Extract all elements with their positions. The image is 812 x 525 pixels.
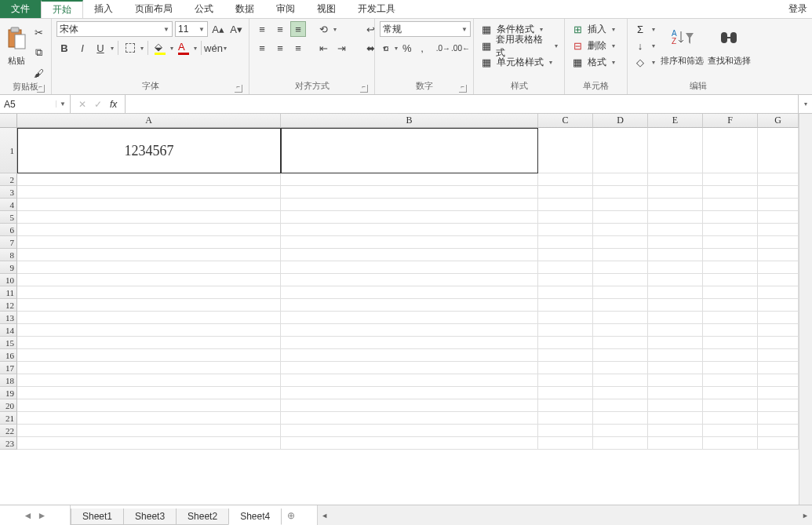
cell[interactable] [648,312,703,324]
font-launcher[interactable]: ⌐ [235,85,242,93]
cell[interactable] [17,211,281,224]
align-middle-button[interactable]: ≡ [272,21,288,37]
cell[interactable] [17,249,281,261]
tab-review[interactable]: 审阅 [265,0,306,18]
cell[interactable] [593,299,648,312]
cell[interactable] [648,362,703,374]
cell[interactable] [538,324,593,337]
cell[interactable] [17,324,281,337]
cell[interactable] [593,324,648,337]
increase-font-button[interactable]: A▴ [210,21,226,37]
underline-button[interactable]: U [93,40,108,56]
cell[interactable] [648,261,703,274]
cell[interactable] [648,249,703,261]
comma-button[interactable]: , [416,40,428,56]
column-header-F[interactable]: F [703,114,758,128]
cell[interactable] [281,186,538,199]
cell[interactable] [17,186,281,199]
row-header[interactable]: 2 [0,173,17,186]
cell[interactable] [538,236,593,249]
cell[interactable] [703,312,758,324]
find-select-button[interactable]: 查找和选择 [707,21,751,65]
font-name-combo[interactable]: 宋体▼ [56,21,173,37]
cell[interactable] [648,236,703,249]
insert-function-button[interactable]: fx [110,99,117,110]
cell[interactable] [281,224,538,236]
clear-button[interactable]: ◇▾ [632,54,657,71]
select-all-corner[interactable] [0,114,17,128]
cell[interactable] [281,173,538,186]
column-header-A[interactable]: A [17,114,281,128]
cell[interactable] [593,387,648,399]
cell[interactable] [17,349,281,362]
cell[interactable] [17,425,281,437]
row-header[interactable]: 21 [0,412,17,425]
row-header[interactable]: 17 [0,362,17,374]
row-header[interactable]: 10 [0,274,17,286]
cell[interactable] [17,312,281,324]
sheet-tab[interactable]: Sheet3 [123,509,177,525]
cell[interactable] [538,437,593,450]
number-launcher[interactable]: ⌐ [459,85,467,93]
horizontal-scrollbar[interactable]: ◄► [317,505,812,525]
formula-bar-expand[interactable]: ▾ [798,95,812,113]
cell[interactable]: 1234567 [17,128,281,173]
cell[interactable] [17,362,281,374]
cell[interactable] [703,236,758,249]
cell[interactable] [17,173,281,186]
name-box[interactable]: A5▼ [0,95,71,113]
cell[interactable] [703,374,758,387]
number-format-combo[interactable]: 常规▼ [380,21,471,37]
cell[interactable] [17,374,281,387]
cut-button[interactable]: ✂ [31,24,46,40]
cell[interactable] [17,274,281,286]
percent-button[interactable]: % [400,40,413,56]
cell[interactable] [703,412,758,425]
row-header[interactable]: 23 [0,437,17,450]
cell[interactable] [648,211,703,224]
cell[interactable] [758,128,799,173]
row-header[interactable]: 22 [0,425,17,437]
row-header[interactable]: 20 [0,399,17,412]
cell[interactable] [593,286,648,299]
cell[interactable] [281,211,538,224]
fill-color-button[interactable]: ⬙ [152,40,168,56]
decrease-font-button[interactable]: A▾ [228,21,244,37]
font-size-combo[interactable]: 11▼ [175,21,208,37]
cell[interactable] [758,399,799,412]
cell[interactable] [648,186,703,199]
cell[interactable] [593,224,648,236]
cell[interactable] [758,374,799,387]
cell[interactable] [648,128,703,173]
align-center-button[interactable]: ≡ [272,40,288,56]
row-header[interactable]: 19 [0,387,17,399]
cell[interactable] [281,374,538,387]
cell[interactable] [17,387,281,399]
cell[interactable] [758,362,799,374]
cell[interactable] [758,249,799,261]
cell[interactable] [538,173,593,186]
format-cells-button[interactable]: ▦格式▾ [570,54,617,71]
cell[interactable] [648,199,703,211]
increase-indent-button[interactable]: ⇥ [333,40,349,56]
cell[interactable] [593,261,648,274]
cell[interactable] [538,425,593,437]
cell[interactable] [17,236,281,249]
cell[interactable] [758,387,799,399]
cell[interactable] [758,286,799,299]
cell[interactable] [703,437,758,450]
cell[interactable] [538,199,593,211]
cell[interactable] [17,224,281,236]
cell[interactable] [281,249,538,261]
cell[interactable] [538,337,593,349]
row-header[interactable]: 6 [0,224,17,236]
row-header[interactable]: 16 [0,349,17,362]
cell[interactable] [538,186,593,199]
cell[interactable] [538,387,593,399]
row-header[interactable]: 13 [0,312,17,324]
insert-cells-button[interactable]: ⊞插入▾ [570,21,617,38]
cell[interactable] [593,186,648,199]
align-left-button[interactable]: ≡ [254,40,270,56]
cell[interactable] [648,412,703,425]
cell[interactable] [648,374,703,387]
